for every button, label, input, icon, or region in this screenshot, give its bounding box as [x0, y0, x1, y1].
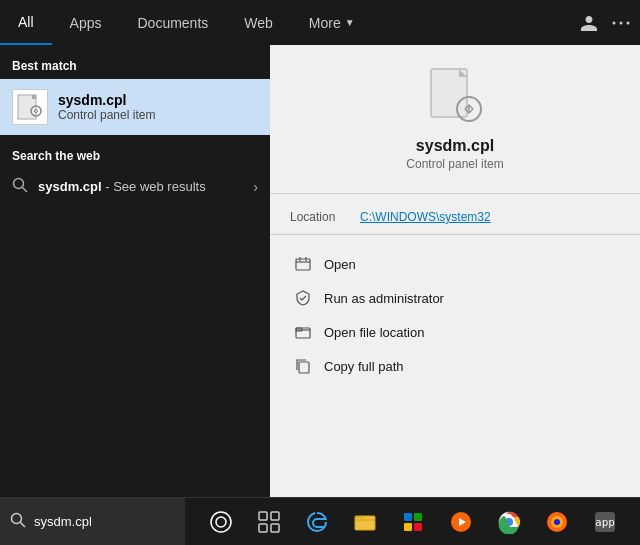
svg-point-20 [216, 517, 226, 527]
search-web-label: Search the web [0, 145, 270, 169]
svg-rect-25 [355, 516, 375, 530]
taskbar: app [0, 497, 640, 545]
nav-tab-all[interactable]: All [0, 0, 52, 45]
best-match-text: sysdm.cpl Control panel item [58, 92, 155, 122]
svg-rect-23 [259, 524, 267, 532]
main-content: Best match sysdm.cpl Control panel item … [0, 45, 640, 497]
svg-rect-26 [404, 513, 412, 521]
nav-tab-documents[interactable]: Documents [119, 0, 226, 45]
file-icon-large [423, 65, 487, 129]
task-view-icon[interactable] [252, 505, 286, 539]
svg-point-36 [554, 519, 560, 525]
svg-line-18 [21, 522, 26, 527]
location-row: Location C:\WINDOWS\system32 [270, 204, 640, 230]
search-box[interactable] [0, 498, 185, 545]
svg-point-1 [620, 21, 623, 24]
nav-tab-apps[interactable]: Apps [52, 0, 120, 45]
divider-1 [270, 193, 640, 194]
copy-path-label: Copy full path [324, 359, 404, 374]
action-open[interactable]: Open [270, 247, 640, 281]
open-label: Open [324, 257, 356, 272]
more-options-icon[interactable] [612, 14, 630, 32]
svg-rect-27 [414, 513, 422, 521]
svg-point-7 [14, 179, 24, 189]
best-match-subtitle: Control panel item [58, 108, 155, 122]
svg-rect-29 [414, 523, 422, 531]
svg-rect-21 [259, 512, 267, 520]
svg-point-0 [613, 21, 616, 24]
cortana-icon[interactable] [204, 505, 238, 539]
actions-list: Open Run as administrator [270, 239, 640, 391]
action-copy-path[interactable]: Copy full path [270, 349, 640, 383]
location-value[interactable]: C:\WINDOWS\system32 [360, 210, 491, 224]
nav-icons [580, 0, 640, 45]
open-location-label: Open file location [324, 325, 424, 340]
cpl-file-icon [12, 89, 48, 125]
location-label: Location [290, 210, 350, 224]
search-web-section: Search the web sysdm.cpl - See web resul… [0, 135, 270, 204]
search-web-text: sysdm.cpl - See web results [38, 179, 243, 194]
chrome-browser-icon[interactable] [492, 505, 526, 539]
search-input[interactable] [34, 514, 154, 529]
svg-rect-28 [404, 523, 412, 531]
svg-point-2 [627, 21, 630, 24]
best-match-title: sysdm.cpl [58, 92, 155, 108]
taskbar-icons: app [185, 505, 640, 539]
shield-icon [294, 289, 312, 307]
search-web-suffix: - See web results [105, 179, 205, 194]
nav-tab-more[interactable]: More ▼ [291, 0, 373, 45]
svg-text:app: app [595, 516, 615, 529]
chevron-down-icon: ▼ [345, 17, 355, 28]
arrow-right-icon: › [253, 179, 258, 195]
run-admin-label: Run as administrator [324, 291, 444, 306]
best-match-item[interactable]: sysdm.cpl Control panel item [0, 79, 270, 135]
nav-tab-web[interactable]: Web [226, 0, 291, 45]
copy-icon [294, 357, 312, 375]
svg-point-19 [211, 512, 231, 532]
taskbar-search-icon [10, 512, 26, 532]
svg-line-8 [23, 188, 28, 193]
top-nav: All Apps Documents Web More ▼ [0, 0, 640, 45]
svg-rect-16 [299, 362, 309, 373]
file-icon-area: sysdm.cpl Control panel item [406, 65, 503, 171]
store-icon[interactable] [396, 505, 430, 539]
left-panel: Best match sysdm.cpl Control panel item … [0, 45, 270, 497]
svg-point-17 [12, 513, 22, 523]
best-match-label: Best match [0, 55, 270, 79]
file-title: sysdm.cpl [416, 137, 494, 155]
search-web-item[interactable]: sysdm.cpl - See web results › [0, 169, 270, 204]
svg-rect-13 [296, 259, 310, 270]
file-explorer-icon[interactable] [348, 505, 382, 539]
file-type-label: Control panel item [406, 157, 503, 171]
action-run-admin[interactable]: Run as administrator [270, 281, 640, 315]
action-open-location[interactable]: Open file location [270, 315, 640, 349]
media-player-icon[interactable] [444, 505, 478, 539]
person-icon[interactable] [580, 14, 598, 32]
svg-rect-24 [271, 524, 279, 532]
edge-browser-icon[interactable] [300, 505, 334, 539]
svg-rect-22 [271, 512, 279, 520]
search-icon [12, 177, 28, 196]
firefox-browser-icon[interactable] [540, 505, 574, 539]
folder-icon [294, 323, 312, 341]
app-icon[interactable]: app [588, 505, 622, 539]
divider-2 [270, 234, 640, 235]
search-web-query: sysdm.cpl [38, 179, 102, 194]
open-icon [294, 255, 312, 273]
right-panel: sysdm.cpl Control panel item Location C:… [270, 45, 640, 497]
